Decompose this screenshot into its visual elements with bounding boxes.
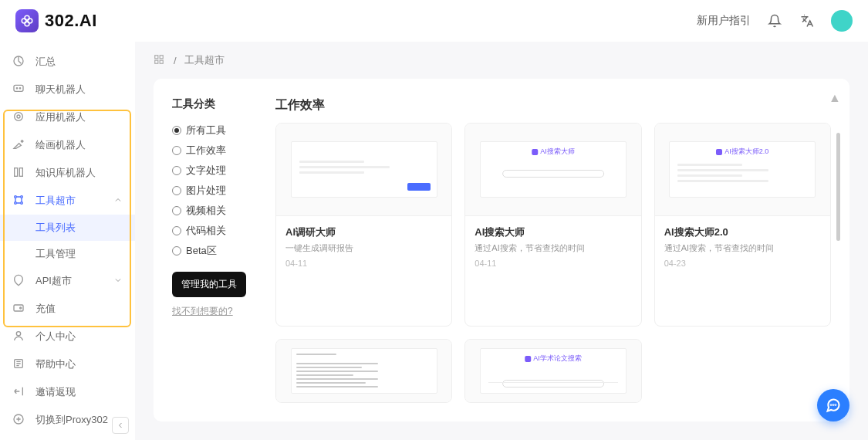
sidebar-subitem-toollist[interactable]: 工具列表 [0,215,135,241]
scroll-up-button[interactable]: ▲ [829,91,841,105]
swap-icon [12,413,26,427]
sidebar-item-toolstore[interactable]: 工具超市 [0,187,135,215]
catalog: 工作效率 AI调研大师 一键生成调研报告 04-11 [275,97,831,403]
main-layout: 汇总 聊天机器人 应用机器人 绘画机器人 知识库机器人 工具超市 工具列表 工具… [0,42,868,440]
topbar-actions: 新用户指引 [697,10,853,32]
sidebar-item-label: 工具超市 [35,194,76,208]
tool-desc: 通过AI搜索，节省查找的时间 [664,242,821,254]
tool-date: 04-11 [285,259,442,268]
tool-card-placeholder [654,339,831,403]
help-icon [12,357,26,371]
svg-point-14 [15,202,17,205]
svg-point-2 [25,15,29,20]
top-bar: 302.AI 新用户指引 [0,0,868,42]
sidebar-item-apistore[interactable]: API超市 [0,267,135,295]
sidebar-subitem-label: 工具管理 [35,247,76,261]
svg-point-7 [19,88,20,89]
tool-thumbnail [276,340,451,402]
svg-point-9 [15,113,23,121]
sidebar-item-label: 个人中心 [35,330,76,344]
sidebar-item-label: 充值 [35,302,56,316]
category-option-beta[interactable]: Beta区 [172,241,257,261]
tool-grid: AI调研大师 一键生成调研报告 04-11 AI搜索大师 [275,123,831,403]
svg-point-3 [25,22,29,26]
tool-card[interactable]: AI调研大师 一键生成调研报告 04-11 [275,123,452,327]
tool-card[interactable]: AI搜索大师 AI搜索大师 通过AI搜索，节省查找的时间 04-11 [464,123,641,327]
sidebar-item-drawbot[interactable]: 绘画机器人 [0,131,135,159]
sidebar-subitem-toolmanage[interactable]: 工具管理 [0,241,135,267]
thumb-brand-label: AI搜索大师2.0 [716,147,768,157]
brand-logo-icon [15,9,39,32]
svg-point-25 [831,404,832,405]
svg-point-17 [20,307,22,309]
svg-point-6 [16,88,17,89]
svg-rect-24 [160,60,163,63]
svg-rect-10 [15,168,18,177]
category-option-code[interactable]: 代码相关 [172,221,257,241]
knowledge-icon [12,166,26,180]
category-column: 工具分类 所有工具 工作效率 文字处理 图片处理 视频相关 代码相关 Beta区… [172,97,257,403]
radio-icon [172,206,181,215]
sidebar-item-appbot[interactable]: 应用机器人 [0,103,135,131]
chevron-down-icon [113,276,123,287]
breadcrumb: / 工具超市 [135,42,868,79]
notification-icon[interactable] [766,12,783,29]
sidebar-item-label: 绘画机器人 [35,138,86,152]
tool-thumbnail [276,124,451,216]
sidebar-item-label: 邀请返现 [35,385,76,399]
invite-icon [12,385,26,399]
radio-icon [172,166,181,175]
svg-point-27 [836,404,836,405]
radio-icon [172,246,181,256]
category-title: 工具分类 [172,97,257,111]
chat-fab-button[interactable] [817,389,849,421]
missing-tool-link[interactable]: 找不到想要的? [172,305,257,318]
brand-logo[interactable]: 302.AI [15,9,97,32]
svg-point-8 [17,115,20,118]
sidebar-collapse-button[interactable] [112,417,129,434]
tool-card[interactable]: AI搜索大师2.0 AI搜索大师2.0 通过AI搜索，节省查找的时间 04-23 [654,123,831,327]
sidebar-item-summary[interactable]: 汇总 [0,48,135,76]
tool-desc: 一键生成调研报告 [285,242,442,254]
manage-my-tools-button[interactable]: 管理我的工具 [172,272,246,297]
tool-card[interactable] [275,339,452,403]
category-option-text[interactable]: 文字处理 [172,161,257,181]
svg-point-13 [21,196,23,198]
tool-card[interactable]: AI学术论文搜索 [464,339,641,403]
sidebar-item-label: 聊天机器人 [35,83,86,96]
scrollbar-thumb[interactable] [836,133,840,241]
svg-rect-23 [155,60,158,63]
sidebar-item-label: API超市 [35,274,72,288]
sidebar-item-profile[interactable]: 个人中心 [0,323,135,350]
sidebar-item-label: 汇总 [35,55,56,69]
svg-rect-11 [19,168,22,177]
radio-icon [172,146,181,155]
category-option-image[interactable]: 图片处理 [172,181,257,201]
category-option-efficiency[interactable]: 工作效率 [172,140,257,161]
tool-title: AI搜索大师 [475,225,631,239]
sidebar-item-label: 切换到Proxy302 [35,413,108,427]
new-user-guide-link[interactable]: 新用户指引 [697,14,751,28]
radio-icon [172,186,181,195]
sidebar-item-help[interactable]: 帮助中心 [0,350,135,378]
tool-title: AI搜索大师2.0 [664,225,821,239]
tool-thumbnail: AI学术论文搜索 [465,340,640,402]
svg-rect-5 [14,85,23,91]
sidebar-item-chatbot[interactable]: 聊天机器人 [0,76,135,103]
user-icon [12,330,26,344]
tool-desc: 通过AI搜索，节省查找的时间 [475,242,631,254]
category-option-video[interactable]: 视频相关 [172,201,257,221]
breadcrumb-home-icon[interactable] [154,54,166,66]
draw-icon [12,138,26,152]
category-option-all[interactable]: 所有工具 [172,120,257,140]
wallet-icon [12,302,26,316]
language-icon[interactable] [799,12,816,29]
api-icon [12,274,26,288]
tools-icon [12,194,26,208]
sidebar-item-recharge[interactable]: 充值 [0,295,135,323]
tool-date: 04-23 [664,259,821,268]
thumb-brand-label: AI搜索大师 [532,147,575,157]
user-avatar[interactable] [831,10,853,32]
sidebar-item-invite[interactable]: 邀请返现 [0,378,135,406]
sidebar-item-knowledgebot[interactable]: 知识库机器人 [0,159,135,187]
